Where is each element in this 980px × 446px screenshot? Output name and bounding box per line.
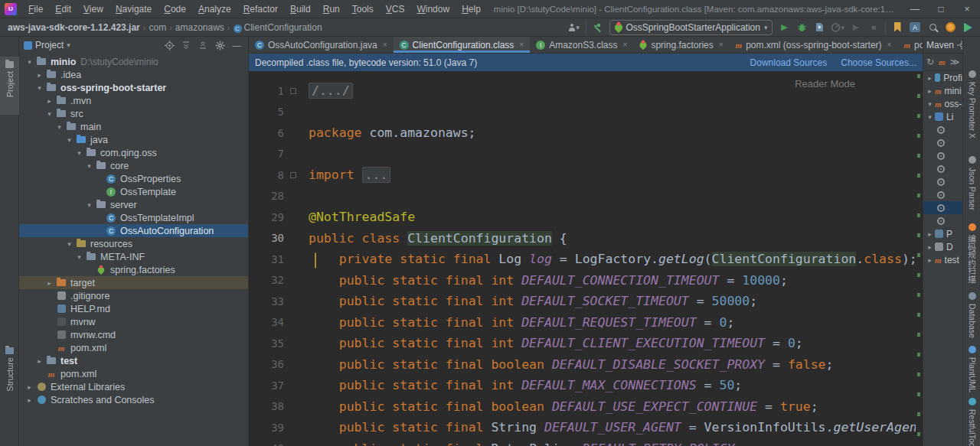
fold-marker-icon[interactable] (290, 88, 296, 94)
chevron-right-icon[interactable]: ▸ (44, 279, 55, 287)
locate-icon[interactable] (162, 41, 176, 50)
code-line[interactable]: 28 (249, 186, 923, 207)
breadcrumb-item[interactable]: amazonaws (175, 22, 224, 33)
tree-item-spring-factories[interactable]: spring.factories (19, 263, 248, 276)
maven-item-goal[interactable] (923, 123, 962, 136)
tool-stripe-structure[interactable]: Structure (0, 343, 19, 412)
menu-edit[interactable]: Edit (50, 2, 77, 17)
maven-item-goal[interactable] (923, 188, 962, 201)
code-line[interactable]: 30public class ClientConfiguration { (249, 228, 923, 249)
choose-sources-link[interactable]: Choose Sources... (841, 57, 916, 68)
tree-item--mvn[interactable]: ▸.mvn (19, 94, 248, 107)
execute-goal-icon[interactable]: m (939, 57, 946, 67)
user-icon[interactable]: ▾ (568, 20, 580, 35)
maven-item-d[interactable]: ▸D (923, 240, 962, 253)
tree-item-osstemplateimpl[interactable]: COssTemplateImpl (19, 211, 248, 224)
inspection-marks[interactable] (916, 71, 923, 446)
tool-stripe-restful-tool[interactable]: RestfulTool (963, 395, 980, 446)
maven-item-profi[interactable]: ▸Profi (923, 71, 962, 84)
translate-icon[interactable]: A (909, 20, 921, 35)
menu-navigate[interactable]: Navigate (110, 2, 157, 17)
learn-bookmark-icon[interactable] (891, 20, 903, 35)
tree-item-src[interactable]: ▾src (19, 107, 248, 120)
chevron-down-icon[interactable]: ▾ (54, 123, 65, 131)
maven-item-goal[interactable] (923, 175, 962, 188)
menu-window[interactable]: Window (411, 2, 455, 17)
tool-stripe-project[interactable]: Project (0, 57, 19, 115)
code-line[interactable]: 1/.../ (249, 80, 923, 102)
chevron-down-icon[interactable]: ▾ (74, 149, 85, 157)
code-line[interactable]: 6package com.amazonaws; (249, 122, 923, 144)
intention-bulb-icon[interactable] (315, 253, 323, 265)
chevron-down-icon[interactable]: ▾ (44, 110, 55, 118)
maven-item-goal[interactable] (923, 149, 962, 162)
coverage-icon[interactable] (813, 20, 825, 35)
tree-item-ossautoconfiguration[interactable]: COssAutoConfiguration (19, 224, 248, 237)
code-line[interactable]: 37 public static final int DEFAULT_MAX_C… (249, 375, 923, 396)
tree-item-test[interactable]: ▸test (19, 354, 248, 367)
menu-file[interactable]: File (23, 2, 48, 17)
editor-tab[interactable]: CClientConfiguration.class× (394, 37, 531, 53)
fold-marker-icon[interactable] (290, 172, 296, 178)
tree-item--gitignore[interactable]: .gitignore (19, 289, 248, 302)
tree-item-java[interactable]: ▾java (19, 133, 248, 146)
tree-item-pom-xml[interactable]: mpom.xml (19, 367, 248, 380)
key-promoter-coin-icon[interactable] (944, 20, 956, 35)
tree-item-resources[interactable]: ▾resources (19, 237, 248, 250)
maximize-button[interactable]: □ (928, 0, 954, 18)
tree-item-external-libraries[interactable]: ▸External Libraries (19, 380, 248, 393)
chevron-down-icon[interactable]: ▾ (67, 41, 70, 49)
chevron-down-icon[interactable]: ▾ (34, 84, 45, 92)
editor-tab[interactable]: IAmazonS3.class× (530, 37, 633, 53)
tree-item-pom-xml[interactable]: mpom.xml (19, 341, 248, 354)
chevron-right-icon[interactable]: ▸ (44, 97, 55, 105)
editor-tab[interactable]: COssAutoConfiguration.java× (249, 37, 394, 53)
menu-tools[interactable]: Tools (347, 2, 379, 17)
tree-item-mvnw-cmd[interactable]: mvnw.cmd (19, 328, 248, 341)
code-line[interactable]: 39 public static final String DEFAULT_US… (249, 417, 923, 438)
chevron-down-icon[interactable]: ▾ (83, 201, 95, 209)
run-configuration-select[interactable]: OssSpringBootStarterApplication ▾ (609, 20, 773, 35)
gear-icon[interactable] (957, 41, 962, 50)
minimize-button[interactable]: — (902, 0, 928, 18)
tool-stripe-alibaba-scan[interactable]: 编码规约扫描 (963, 220, 980, 283)
expand-all-icon[interactable] (179, 41, 193, 50)
code-line[interactable]: 32 public static final int DEFAULT_CONNE… (249, 270, 923, 291)
run-icon[interactable]: ▶ (778, 20, 790, 35)
tool-stripe-key-promoter[interactable]: Key Promoter X (963, 67, 980, 138)
download-sources-link[interactable]: Download Sources (750, 57, 828, 68)
search-icon[interactable] (926, 20, 939, 35)
code-line[interactable]: 33 public static final int DEFAULT_SOCKE… (249, 291, 923, 312)
code-line[interactable]: 29@NotThreadSafe (249, 207, 923, 228)
chevron-right-icon[interactable]: ▸ (34, 71, 45, 79)
code-line[interactable]: 40 public static final RetryPolicy DEFAU… (249, 438, 923, 446)
chevron-right-icon[interactable]: ▸ (925, 230, 935, 238)
tree-item-oss-spring-boot-starter[interactable]: ▾oss-spring-boot-starter (19, 81, 248, 94)
close-icon[interactable]: × (887, 41, 892, 49)
chevron-down-icon[interactable]: ▾ (74, 253, 85, 261)
build-hammer-icon[interactable] (592, 20, 604, 35)
tree-item-main[interactable]: ▾main (19, 120, 248, 133)
menu-build[interactable]: Build (285, 2, 316, 17)
collapse-all-icon[interactable] (196, 41, 210, 50)
code-line[interactable]: 34 public static final int DEFAULT_REQUE… (249, 312, 923, 334)
code-line[interactable]: 31 private static final Log log = LogFac… (249, 249, 923, 270)
menu-view[interactable]: View (78, 2, 109, 17)
menu-vcs[interactable]: VCS (381, 2, 410, 17)
gear-icon[interactable] (213, 41, 227, 50)
chevron-down-icon[interactable]: ▾ (64, 240, 75, 248)
maven-item-mini[interactable]: ▸mmini (923, 84, 962, 97)
more-icon[interactable]: ≫ (950, 57, 960, 67)
colored-play-icon[interactable] (962, 20, 974, 35)
breadcrumb-item[interactable]: CClientConfiguration (234, 22, 322, 33)
maven-item-oss-s[interactable]: ▾moss-s (923, 97, 962, 110)
breadcrumb-item[interactable]: com (149, 22, 166, 33)
menu-code[interactable]: Code (158, 2, 191, 17)
tree-item-help-md[interactable]: HELP.md (19, 302, 248, 315)
maven-item-test[interactable]: ▸mtest (923, 253, 962, 266)
menu-analyze[interactable]: Analyze (193, 2, 237, 17)
tree-item--idea[interactable]: ▸.idea (19, 68, 248, 81)
chevron-down-icon[interactable]: ▾ (925, 100, 935, 108)
tree-item-osstemplate[interactable]: IOssTemplate (19, 185, 248, 198)
tool-stripe-plantuml[interactable]: PlantUML (963, 343, 980, 392)
